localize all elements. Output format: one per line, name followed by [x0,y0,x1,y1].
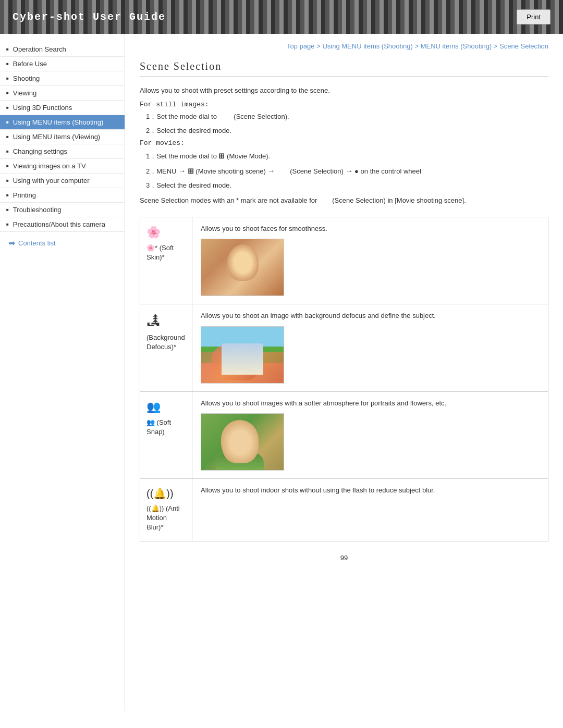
print-button[interactable]: Print [517,9,550,24]
still-step2: 2．Select the desired mode. [146,126,548,137]
movie-step1: 1．Set the mode dial to ⊞ (Movie Mode). [146,150,548,162]
soft-skin-label: 🌸* (SoftSkin)* [146,243,186,262]
breadcrumb-sep: > [414,42,420,50]
intro-line1: Allows you to shoot with preset settings… [140,85,548,96]
arrow-icon: ➡ [8,238,15,248]
sidebar-label: Viewing images on a TV [13,162,86,170]
sidebar-label: Changing settings [13,147,67,155]
app-title: Cyber-shot User Guide [13,11,166,23]
sidebar-label: Using MENU items (Viewing) [13,133,100,141]
table-row: 👥 👥 (SoftSnap) Allows you to shoot image… [140,391,548,479]
soft-snap-photo [201,413,284,471]
sidebar-item-changing-settings[interactable]: ■ Changing settings [0,144,125,159]
sidebar-label: Using with your computer [13,177,90,184]
bullet-icon: ■ [6,134,9,139]
scene-icon-cell-soft-skin: 🌸 🌸* (SoftSkin)* [140,217,192,304]
sidebar-item-viewing[interactable]: ■ Viewing [0,86,125,101]
sidebar-item-before-use[interactable]: ■ Before Use [0,57,125,71]
scene-icon-cell-defocus: 🏞 (BackgroundDefocus)* [140,304,192,392]
bullet-icon: ■ [6,178,9,183]
sidebar-label: Printing [13,191,36,199]
movie-step3: 3．Select the desired mode. [146,180,548,191]
defocus-label: (BackgroundDefocus)* [146,333,186,352]
for-movies-label: For movies: [140,139,548,147]
scene-table: 🌸 🌸* (SoftSkin)* Allows you to shoot fac… [140,217,548,541]
bullet-icon: ■ [6,164,9,168]
sidebar: ■ Operation Search ■ Before Use ■ Shooti… [0,34,125,711]
page-layout: ■ Operation Search ■ Before Use ■ Shooti… [0,34,563,711]
scene-content-anti-blur: Allows you to shoot indoor shots without… [192,479,548,541]
scene-content-soft-snap: Allows you to shoot images with a softer… [192,391,548,479]
bullet-icon: ■ [6,207,9,212]
scene-content-defocus: Allows you to shoot an image with backgr… [192,304,548,392]
movie-step2: 2．MENU → ⊞ (Movie shooting scene) → (Sce… [146,165,548,177]
sidebar-label: Operation Search [13,45,66,53]
defocus-desc: Allows you to shoot an image with backgr… [201,311,540,321]
sidebar-label: Precautions/About this camera [13,220,105,228]
table-row: 🏞 (BackgroundDefocus)* Allows you to sho… [140,304,548,392]
breadcrumb-scene[interactable]: Scene Selection [499,42,548,50]
breadcrumb-menu-shooting[interactable]: Using MENU items (Shooting) [322,42,412,50]
bullet-icon: ■ [6,61,9,66]
breadcrumb-sep: > [316,42,322,50]
breadcrumb-top[interactable]: Top page [287,42,315,50]
bullet-icon: ■ [6,193,9,198]
bullet-icon: ■ [6,105,9,110]
sidebar-item-precautions[interactable]: ■ Precautions/About this camera [0,217,125,232]
soft-snap-label: 👥 (SoftSnap) [146,418,186,437]
bullet-icon: ■ [6,47,9,52]
soft-snap-desc: Allows you to shoot images with a softer… [201,398,540,409]
table-row: 🌸 🌸* (SoftSkin)* Allows you to shoot fac… [140,217,548,304]
for-still-label: For still images: [140,101,548,108]
scene-icon-cell-anti-blur: ((🔔)) ((🔔)) (AntiMotionBlur)* [140,479,192,541]
soft-skin-photo [201,239,284,296]
scene-content-soft-skin: Allows you to shoot faces for smoothness… [192,217,548,304]
sidebar-item-printing[interactable]: ■ Printing [0,188,125,203]
sidebar-label: Troubleshooting [13,206,62,214]
scene-note: Scene Selection modes with an * mark are… [140,195,548,206]
header: Cyber-shot User Guide Print [0,0,563,34]
soft-snap-icon: 👥 [146,400,186,414]
main-content: Top page > Using MENU items (Shooting) >… [125,34,563,711]
bullet-icon: ■ [6,120,9,125]
sidebar-label: Viewing [13,89,36,97]
sidebar-label: Using 3D Functions [13,104,72,112]
defocus-icon: 🏞 [146,313,186,329]
sidebar-label: Shooting [13,75,40,82]
breadcrumb: Top page > Using MENU items (Shooting) >… [140,42,548,50]
anti-blur-icon: ((🔔)) [146,487,186,500]
bullet-icon: ■ [6,91,9,95]
sidebar-item-computer[interactable]: ■ Using with your computer [0,174,125,188]
breadcrumb-menu-items[interactable]: MENU items (Shooting) [421,42,492,50]
contents-list-label: Contents list [18,239,56,247]
sidebar-item-3d-functions[interactable]: ■ Using 3D Functions [0,101,125,115]
scene-icon-cell-soft-snap: 👥 👥 (SoftSnap) [140,391,192,479]
breadcrumb-sep: > [494,42,499,50]
bullet-icon: ■ [6,76,9,81]
anti-blur-label: ((🔔)) (AntiMotionBlur)* [146,504,186,533]
sidebar-label: Using MENU items (Shooting) [13,118,103,126]
sidebar-item-shooting[interactable]: ■ Shooting [0,71,125,86]
bullet-icon: ■ [6,149,9,154]
still-step1: 1．Set the mode dial to (Scene Selection)… [146,112,548,122]
page-number: 99 [140,554,548,562]
contents-list-link[interactable]: ➡ Contents list [0,232,125,254]
bullet-icon: ■ [6,222,9,227]
defocus-photo [201,326,284,384]
page-title: Scene Selection [140,60,548,77]
sidebar-item-operation-search[interactable]: ■ Operation Search [0,42,125,57]
table-row: ((🔔)) ((🔔)) (AntiMotionBlur)* Allows you… [140,479,548,541]
sidebar-item-troubleshooting[interactable]: ■ Troubleshooting [0,203,125,217]
soft-skin-desc: Allows you to shoot faces for smoothness… [201,224,540,234]
movie-mode-icon: ⊞ [218,152,225,160]
sidebar-item-viewing-tv[interactable]: ■ Viewing images on a TV [0,159,125,174]
sidebar-label: Before Use [13,60,47,68]
anti-blur-desc: Allows you to shoot indoor shots without… [201,485,540,496]
sidebar-item-menu-shooting[interactable]: ■ Using MENU items (Shooting) [0,115,125,130]
sidebar-item-menu-viewing[interactable]: ■ Using MENU items (Viewing) [0,130,125,144]
soft-skin-icon: 🌸 [146,226,186,239]
